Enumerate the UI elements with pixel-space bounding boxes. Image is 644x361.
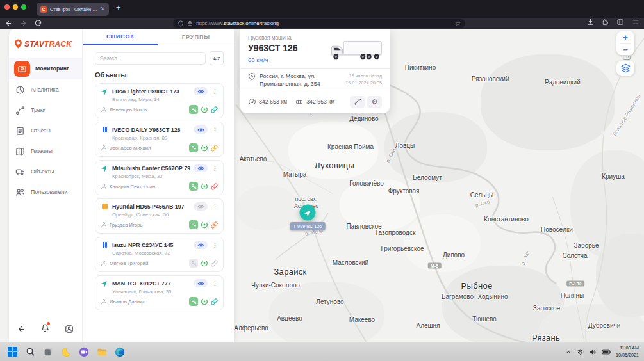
task-view-icon[interactable]	[42, 346, 54, 358]
layers-icon	[621, 63, 631, 73]
map-zoom-control: + −	[616, 31, 634, 55]
sidebar-item-monitoring[interactable]: Мониторинг	[9, 58, 82, 79]
road-badge: М-5	[428, 263, 442, 269]
shield-icon[interactable]	[178, 20, 184, 27]
map-label: Баграмово	[442, 293, 474, 300]
notifications-bell-icon[interactable]	[41, 323, 49, 335]
battery-icon[interactable]	[602, 349, 611, 355]
close-window-button[interactable]	[4, 4, 10, 10]
zoom-in-button[interactable]: +	[616, 31, 634, 43]
location-pin-icon	[248, 73, 256, 81]
back-icon[interactable]	[5, 20, 12, 27]
sidebar-item-objects[interactable]: Объекты	[9, 161, 82, 182]
vehicle-menu-button[interactable]: ⋮	[212, 165, 218, 172]
monitoring-icon	[14, 61, 30, 77]
extensions-icon[interactable]	[602, 19, 609, 26]
taskbar-clock[interactable]: 11:00 AM 10/05/2021	[616, 345, 639, 358]
vehicle-menu-button[interactable]: ⋮	[212, 280, 218, 287]
vehicle-menu-button[interactable]: ⋮	[212, 88, 218, 95]
video-app-icon[interactable]	[78, 346, 90, 358]
sidebar-item-geozones[interactable]: Геозоны	[9, 141, 82, 161]
map-label: Заборье	[574, 242, 599, 249]
vehicle-card[interactable]: Isuzu NPR С234УЕ 145 ⋮ Саратов, Московск…	[95, 237, 224, 272]
visibility-eye-toggle[interactable]	[194, 164, 208, 172]
tab-close-icon[interactable]: ✕	[100, 6, 105, 12]
object-list-panel: СПИСОК ГРУППЫ A-Z Объекты Fuso Fighter Р…	[83, 29, 234, 342]
map-label: Матыра	[283, 171, 307, 178]
tray-chevron-icon[interactable]	[565, 349, 572, 355]
back-arrow-icon[interactable]	[17, 325, 26, 333]
vehicle-card[interactable]: Hyundai HD65 Р456АВ 197 ⋮ Оренбург, Сове…	[95, 198, 224, 234]
map-label: Григорьевское	[381, 245, 424, 252]
vehicle-address: Оренбург, Советская, 56	[101, 211, 218, 220]
vehicle-menu-button[interactable]: ⋮	[212, 204, 218, 210]
map-label: Алёшня	[416, 322, 440, 329]
url-text: https://www.stavtrack.online/tracking	[196, 20, 279, 26]
ruler-icon[interactable]	[623, 55, 631, 60]
sort-az-button[interactable]: A-Z	[210, 51, 224, 65]
vehicle-address: Саратов, Московская, 72	[101, 249, 218, 259]
truck-image	[329, 39, 384, 62]
tab-list[interactable]: СПИСОК	[83, 29, 158, 45]
bookmark-star-icon[interactable]: ☆	[455, 20, 461, 27]
edge-browser-icon[interactable]	[114, 346, 126, 358]
maximize-window-button[interactable]	[21, 4, 26, 10]
search-input[interactable]	[95, 52, 206, 65]
vehicle-status-icon	[101, 280, 109, 287]
menu-hamburger-icon[interactable]	[632, 19, 640, 26]
tab-favicon-icon: С	[40, 6, 47, 13]
downloads-icon[interactable]	[587, 19, 594, 26]
analytics-icon	[14, 84, 26, 95]
list-tabs: СПИСОК ГРУППЫ	[83, 29, 234, 45]
sidebar-nav: Мониторинг Аналитика Треки Отчёты	[9, 58, 82, 202]
start-button-icon[interactable]	[6, 346, 18, 358]
vehicle-status-icon	[101, 164, 109, 172]
moon-app-icon[interactable]	[60, 346, 72, 358]
lock-icon[interactable]	[187, 20, 193, 26]
browser-tab[interactable]: С СтавТрэк - Онлайн мониторинг ✕	[37, 3, 109, 16]
url-bar[interactable]: https://www.stavtrack.online/tracking ☆	[173, 19, 465, 28]
visibility-eye-toggle[interactable]	[194, 279, 208, 287]
sidebar-item-tracks[interactable]: Треки	[9, 100, 82, 120]
wifi-icon[interactable]	[576, 348, 584, 356]
forward-icon[interactable]	[20, 20, 27, 27]
vehicle-card[interactable]: IVECO DAILY У963СТ 126 ⋮ Краснодар, Крас…	[95, 122, 224, 157]
driver-name: Мягков Григорий	[110, 261, 186, 266]
driver-name: Груздев Игорь	[110, 222, 186, 228]
vehicle-card[interactable]: Mitsubishi Canter С567ОР 790 ⋮ Красноярс…	[95, 160, 224, 195]
new-tab-button[interactable]: +	[116, 3, 121, 12]
last-update-time: 15 часов назад15.01.2024 20:35	[345, 73, 382, 87]
reload-icon[interactable]	[35, 20, 42, 27]
driver-icon	[101, 183, 107, 189]
visibility-eye-toggle[interactable]	[194, 125, 208, 134]
zoom-out-button[interactable]: −	[616, 44, 634, 55]
search-icon[interactable]	[24, 346, 36, 358]
vehicle-card[interactable]: Fuso Fighter Р890СТ 173 ⋮ Волгоград, Мир…	[95, 83, 224, 118]
sidebar-item-users[interactable]: Пользователи	[9, 182, 82, 202]
volume-icon[interactable]	[589, 348, 597, 356]
gear-icon: ⚙	[372, 99, 378, 106]
vehicle-marker[interactable]	[300, 205, 316, 221]
show-track-button[interactable]	[350, 96, 365, 108]
visibility-eye-toggle[interactable]	[194, 202, 208, 211]
vehicle-settings-button[interactable]: ⚙	[367, 96, 382, 108]
map-label: Рыбное	[461, 281, 493, 291]
navigation-arrow-icon	[304, 209, 311, 216]
visibility-eye-toggle[interactable]	[194, 87, 208, 95]
vehicle-menu-button[interactable]: ⋮	[212, 127, 218, 133]
screen: С СтавТрэк - Онлайн мониторинг ✕ + https…	[0, 0, 644, 361]
minimize-window-button[interactable]	[13, 4, 18, 10]
profile-icon[interactable]	[65, 325, 74, 333]
vehicle-card[interactable]: MAN TGL Х012СТ 777 ⋮ Ульяновск, Гончаров…	[95, 275, 224, 310]
visibility-eye-toggle[interactable]	[194, 241, 208, 249]
vehicle-menu-button[interactable]: ⋮	[212, 242, 218, 248]
map-layers-button[interactable]	[616, 61, 634, 76]
sidebar-toggle-icon[interactable]	[616, 19, 624, 26]
sidebar-item-analytics[interactable]: Аналитика	[9, 79, 82, 100]
tab-groups[interactable]: ГРУППЫ	[158, 29, 234, 45]
system-tray: 11:00 AM 10/05/2021	[565, 345, 644, 358]
vehicle-address: Краснодар, Красная, 89	[101, 134, 218, 143]
ignition-key-icon	[189, 182, 198, 191]
sidebar-item-reports[interactable]: Отчёты	[9, 120, 82, 141]
file-explorer-icon[interactable]	[96, 346, 108, 358]
